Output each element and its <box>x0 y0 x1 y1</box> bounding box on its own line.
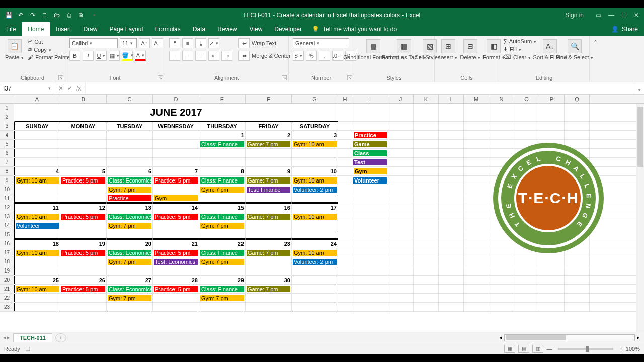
cell[interactable]: Gym: 10 am <box>14 285 60 293</box>
cell[interactable] <box>338 230 352 239</box>
cell[interactable] <box>464 257 489 266</box>
col-header-F[interactable]: F <box>246 95 292 103</box>
cell[interactable] <box>338 266 352 275</box>
cell[interactable] <box>338 149 352 157</box>
cell[interactable]: Class: Economics <box>107 212 153 221</box>
cell[interactable] <box>153 149 199 157</box>
cell[interactable] <box>514 257 539 266</box>
cell[interactable] <box>388 230 414 239</box>
cell[interactable]: 8 <box>199 167 246 175</box>
cell[interactable] <box>153 230 199 239</box>
cell[interactable] <box>388 266 414 275</box>
cell[interactable] <box>338 158 352 166</box>
cell[interactable] <box>107 131 153 139</box>
cell[interactable] <box>246 149 292 157</box>
cell[interactable]: 24 <box>292 239 338 248</box>
delete-cells-button[interactable]: ⊟Delete <box>461 38 480 61</box>
cell[interactable] <box>338 303 352 311</box>
worksheet-grid[interactable]: ABCDEFGHIJKLMNOPQ 12JUNE 20173SUNDAYMOND… <box>0 95 644 332</box>
cell[interactable] <box>338 104 352 122</box>
cell[interactable] <box>464 294 489 302</box>
col-header-J[interactable]: J <box>388 95 414 103</box>
col-header-I[interactable]: I <box>352 95 388 103</box>
cell[interactable]: 25 <box>14 276 60 284</box>
cell[interactable] <box>514 131 539 139</box>
cell[interactable] <box>464 285 489 293</box>
cell[interactable] <box>565 266 590 275</box>
cell[interactable]: Gym: 10 am <box>292 212 338 221</box>
cell[interactable] <box>414 149 439 157</box>
cell[interactable] <box>338 276 352 284</box>
save-icon[interactable]: 💾 <box>4 11 13 20</box>
cell[interactable]: 14 <box>153 203 199 212</box>
cell[interactable] <box>414 131 439 139</box>
cell[interactable] <box>489 285 514 293</box>
cell[interactable] <box>352 212 388 221</box>
cell[interactable] <box>60 266 107 275</box>
cell[interactable] <box>352 248 388 257</box>
cell[interactable] <box>439 248 464 257</box>
cell[interactable]: THURSDAY <box>199 122 246 130</box>
cell[interactable] <box>338 131 352 139</box>
cell[interactable] <box>352 239 388 248</box>
cell[interactable] <box>14 194 60 203</box>
cell[interactable]: 3 <box>292 131 338 139</box>
cell[interactable] <box>246 221 292 230</box>
col-header-O[interactable]: O <box>514 95 539 103</box>
cell[interactable] <box>539 276 565 284</box>
cell[interactable] <box>414 122 439 130</box>
cell[interactable]: Volunteer: 2 pm <box>292 185 338 194</box>
col-header-M[interactable]: M <box>464 95 489 103</box>
cell[interactable]: 13 <box>107 203 153 212</box>
cell[interactable]: Practice: 5 pm <box>60 212 107 221</box>
cell[interactable]: Gym <box>153 194 199 203</box>
vertical-scrollbar[interactable] <box>636 104 644 332</box>
cell[interactable] <box>388 212 414 221</box>
cell[interactable] <box>439 285 464 293</box>
cell[interactable] <box>388 248 414 257</box>
cell[interactable]: 4 <box>14 167 60 175</box>
cell[interactable]: 29 <box>199 276 246 284</box>
cell[interactable]: Gym: 10 am <box>292 176 338 185</box>
cell[interactable] <box>338 122 352 130</box>
cell[interactable] <box>489 131 514 139</box>
cell[interactable] <box>439 239 464 248</box>
cell[interactable] <box>338 194 352 203</box>
col-header-L[interactable]: L <box>439 95 464 103</box>
cell[interactable]: Class: Finance <box>199 285 246 293</box>
comma-button[interactable]: , <box>319 51 330 61</box>
cell[interactable] <box>292 266 338 275</box>
cell[interactable] <box>292 158 338 166</box>
cell[interactable]: Gym: 7 pm <box>199 221 246 230</box>
cell[interactable] <box>352 294 388 302</box>
tab-page-layout[interactable]: Page Layout <box>103 22 149 36</box>
cell[interactable] <box>464 303 489 311</box>
minimize-icon[interactable]: — <box>608 12 614 19</box>
cell[interactable]: Practice: 5 pm <box>153 285 199 293</box>
cell[interactable] <box>388 149 414 157</box>
cell[interactable] <box>352 203 388 212</box>
cell[interactable]: 11 <box>14 203 60 212</box>
cell[interactable]: Gym: 7 pm <box>199 294 246 302</box>
cell[interactable] <box>352 221 388 230</box>
cell[interactable]: Gym: 10 am <box>292 140 338 148</box>
format-as-table-button[interactable]: ▦Format as Table <box>391 38 417 61</box>
cell[interactable] <box>246 158 292 166</box>
cell[interactable] <box>439 176 464 185</box>
cell[interactable] <box>14 303 60 311</box>
cell[interactable] <box>246 230 292 239</box>
open-icon[interactable]: 🗁 <box>52 11 61 20</box>
col-header-C[interactable]: C <box>107 95 153 103</box>
font-color-button[interactable]: A <box>135 51 146 61</box>
cell[interactable] <box>464 239 489 248</box>
indent-dec[interactable]: ⇤ <box>208 51 219 61</box>
cell[interactable] <box>352 266 388 275</box>
cell[interactable] <box>414 230 439 239</box>
cell[interactable]: MONDAY <box>60 122 107 130</box>
cell[interactable] <box>14 294 60 302</box>
hscroll-right[interactable]: ▸ <box>637 334 640 341</box>
cell[interactable] <box>388 194 414 203</box>
cell[interactable]: Class: Finance <box>199 248 246 257</box>
alignment-launcher[interactable]: ↘ <box>282 75 287 80</box>
cell[interactable]: 15 <box>199 203 246 212</box>
